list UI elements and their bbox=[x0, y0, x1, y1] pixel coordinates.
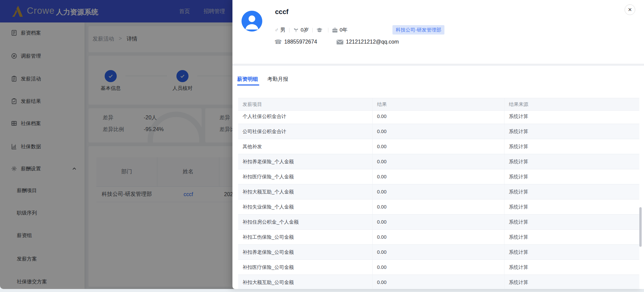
vertical-scrollbar[interactable] bbox=[639, 207, 642, 247]
item-cell: 补扣大额互助_个人金额 bbox=[238, 184, 372, 199]
source-cell: 系统计算 bbox=[504, 124, 639, 139]
result-cell: 0.00 bbox=[372, 245, 504, 259]
email-icon bbox=[336, 40, 343, 45]
item-cell: 补扣养老保险_个人金额 bbox=[238, 154, 372, 169]
department-tag: 科技公司-研发管理部 bbox=[392, 25, 444, 35]
item-cell: 补扣工伤保险_公司金额 bbox=[238, 230, 372, 244]
phone-icon: ☎ bbox=[274, 38, 282, 46]
item-cell: 补扣失业保险_个人金额 bbox=[238, 199, 372, 214]
item-cell: 其他补发 bbox=[238, 139, 372, 154]
table-row: 补扣大额互助_个人金额 0.00 系统计算 bbox=[238, 184, 639, 199]
divider bbox=[312, 28, 313, 33]
source-cell: 系统计算 bbox=[504, 215, 639, 229]
table-row: 补扣医疗保险_个人金额 0.00 系统计算 bbox=[238, 169, 639, 184]
source-cell: 系统计算 bbox=[504, 230, 639, 244]
result-cell: 0.00 bbox=[372, 154, 504, 169]
source-cell: 系统计算 bbox=[504, 111, 639, 124]
divider bbox=[289, 28, 289, 33]
employee-contact-row: ☎ 18855972674 1212121212@qq.com bbox=[274, 38, 399, 46]
close-icon: ✕ bbox=[628, 7, 632, 13]
salary-table-header: 发薪项目 结果 结果来源 bbox=[238, 98, 639, 111]
source-cell: 系统计算 bbox=[504, 184, 639, 199]
graduation-cap-icon bbox=[316, 27, 323, 33]
table-row: 个人社保公积金合计 0.00 系统计算 bbox=[238, 111, 639, 124]
table-row: 补扣养老保险_个人金额 0.00 系统计算 bbox=[238, 154, 639, 169]
employee-info-row: ♂ 男 0岁 0年 bbox=[274, 26, 348, 34]
employee-detail-drawer: ✕ cccf ♂ 男 0岁 0年 科技公司-研发管理部 ☎ 1885597267… bbox=[232, 0, 644, 289]
seniority-value: 0年 bbox=[339, 26, 347, 34]
source-cell: 系统计算 bbox=[504, 139, 639, 154]
tab-attendance-report[interactable]: 考勤月报 bbox=[267, 76, 288, 83]
item-cell: 补扣住房公积金_个人金额 bbox=[238, 215, 372, 229]
item-cell: 补扣养老保险_公司金额 bbox=[238, 245, 372, 259]
result-cell: 0.00 bbox=[372, 260, 504, 275]
header-divider bbox=[232, 64, 644, 66]
table-row: 补扣养老保险_公司金额 0.00 系统计算 bbox=[238, 245, 639, 260]
email-value: 1212121212@qq.com bbox=[346, 39, 399, 45]
item-cell: 公司社保公积金合计 bbox=[238, 124, 372, 139]
employee-name: cccf bbox=[275, 8, 288, 16]
sprout-age-icon bbox=[293, 27, 299, 33]
user-icon bbox=[241, 11, 262, 32]
table-row: 补扣医疗保险_公司金额 0.00 系统计算 bbox=[238, 260, 639, 275]
result-cell: 0.00 bbox=[372, 111, 504, 124]
result-cell: 0.00 bbox=[372, 184, 504, 199]
briefcase-icon bbox=[332, 27, 338, 33]
phone-value: 18855972674 bbox=[284, 39, 317, 45]
age-value: 0岁 bbox=[301, 26, 309, 34]
result-cell: 0.00 bbox=[372, 169, 504, 184]
source-cell: 系统计算 bbox=[504, 169, 639, 184]
avatar bbox=[241, 11, 262, 32]
result-cell: 0.00 bbox=[372, 199, 504, 214]
result-cell: 0.00 bbox=[372, 230, 504, 244]
column-header-result: 结果 bbox=[372, 98, 504, 110]
source-cell: 系统计算 bbox=[504, 260, 639, 275]
table-row: 其他补发 0.00 系统计算 bbox=[238, 139, 639, 154]
result-cell: 0.00 bbox=[372, 124, 504, 139]
source-cell: 系统计算 bbox=[504, 154, 639, 169]
table-row: 补扣工伤保险_公司金额 0.00 系统计算 bbox=[238, 230, 639, 245]
item-cell: 补扣大额互助_公司金额 bbox=[238, 275, 372, 289]
source-cell: 系统计算 bbox=[504, 245, 639, 259]
result-cell: 0.00 bbox=[372, 215, 504, 229]
source-cell: 系统计算 bbox=[504, 275, 639, 289]
table-row: 公司社保公积金合计 0.00 系统计算 bbox=[238, 124, 639, 139]
table-row: 补扣失业保险_个人金额 0.00 系统计算 bbox=[238, 199, 639, 215]
item-cell: 补扣医疗保险_个人金额 bbox=[238, 169, 372, 184]
salary-table-body: 个人社保公积金合计 0.00 系统计算 公司社保公积金合计 0.00 系统计算 … bbox=[238, 111, 639, 289]
item-cell: 补扣医疗保险_公司金额 bbox=[238, 260, 372, 275]
salary-table: 发薪项目 结果 结果来源 bbox=[238, 98, 639, 111]
male-icon: ♂ bbox=[274, 27, 279, 34]
table-row: 补扣住房公积金_个人金额 0.00 系统计算 bbox=[238, 215, 639, 230]
tab-salary-detail[interactable]: 薪资明细 bbox=[237, 76, 258, 83]
table-row: 补扣大额互助_公司金额 0.00 系统计算 bbox=[238, 275, 639, 289]
divider bbox=[328, 28, 328, 33]
gender-value: 男 bbox=[280, 26, 286, 34]
source-cell: 系统计算 bbox=[504, 199, 639, 214]
column-header-source: 结果来源 bbox=[504, 98, 639, 110]
item-cell: 个人社保公积金合计 bbox=[238, 111, 372, 124]
result-cell: 0.00 bbox=[372, 139, 504, 154]
result-cell: 0.00 bbox=[372, 275, 504, 289]
column-header-item: 发薪项目 bbox=[238, 98, 372, 110]
close-button[interactable]: ✕ bbox=[625, 4, 635, 15]
active-tab-indicator bbox=[237, 84, 259, 85]
